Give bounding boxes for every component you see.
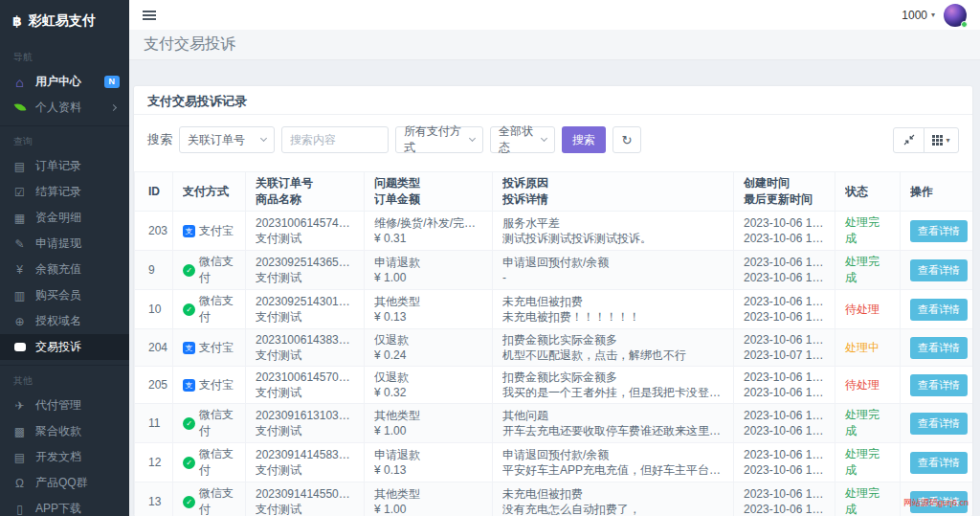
column-header: 支付方式: [173, 172, 246, 212]
cell-pay-method: 支支付宝: [173, 329, 246, 367]
sidebar-item-购买会员[interactable]: ▥购买会员: [0, 282, 129, 308]
bitcoin-icon: ฿: [12, 13, 22, 29]
pay-method-select[interactable]: 所有支付方式: [395, 126, 483, 153]
sidebar-item-申请提现[interactable]: ✎申请提现: [0, 231, 129, 257]
globe-icon: ⊕: [12, 316, 27, 327]
view-detail-button[interactable]: 查看详情: [910, 299, 968, 321]
cell-pay-method: ✓微信支付: [173, 251, 246, 290]
page-title: 支付交易投诉: [144, 34, 235, 55]
cell-id: 13: [135, 482, 173, 516]
cell-issue: 申请退款¥ 0.13: [365, 443, 493, 482]
view-detail-button[interactable]: 查看详情: [910, 413, 968, 435]
status-badge: 处理完成: [845, 215, 880, 245]
sidebar-toggle-icon[interactable]: [143, 11, 156, 20]
sidebar-item-label: 个人资料: [35, 100, 81, 116]
cell-pay-method: ✓微信支付: [173, 404, 246, 443]
cell-time: 2023-10-06 14:07:412023-10-06 14:07:41: [734, 482, 835, 516]
sidebar-item-资金明细[interactable]: ▦资金明细: [0, 205, 129, 231]
cell-time: 2023-10-06 14:55:442023-10-06 14:55:44: [734, 251, 835, 290]
chevron-down-icon: [260, 135, 267, 142]
alipay-icon: 支: [183, 379, 195, 392]
view-detail-button[interactable]: 查看详情: [910, 374, 968, 396]
balance-dropdown[interactable]: 1000 ▾: [902, 9, 935, 22]
sidebar-item-产品QQ群[interactable]: Ω产品QQ群: [0, 470, 129, 496]
sidebar-item-余额充值[interactable]: ¥余额充值: [0, 257, 129, 282]
cell-time: 2023-10-06 14:50:132023-10-07 10:14:17: [734, 329, 835, 367]
sidebar-item-开发文档[interactable]: ▤开发文档: [0, 444, 129, 470]
main-area: 1000 ▾ 支付交易投诉 支付交易投诉记录 搜索 关联订单号: [129, 0, 980, 516]
column-header: 创建时间最后更新时间: [734, 172, 835, 212]
search-type-select[interactable]: 关联订单号: [179, 126, 275, 153]
cell-action: 查看详情: [901, 329, 973, 367]
cell-issue: 其他类型¥ 1.00: [365, 404, 493, 443]
fullscreen-button[interactable]: [893, 127, 924, 153]
view-detail-button[interactable]: 查看详情: [910, 337, 968, 359]
cell-issue: 其他类型¥ 0.13: [365, 290, 493, 329]
cell-issue: 其他类型¥ 1.00: [365, 482, 493, 516]
page-title-bar: 支付交易投诉: [129, 30, 980, 60]
sidebar-item-交易投诉[interactable]: 交易投诉: [0, 334, 129, 360]
cell-pay-method: ✓微信支付: [173, 290, 246, 329]
cell-action: 查看详情: [901, 367, 973, 404]
cell-pay-method: ✓微信支付: [173, 482, 246, 516]
cell-id: 9: [135, 251, 173, 290]
sidebar-item-label: 购买会员: [35, 287, 81, 303]
cell-order: 2023091613103888769支付测试: [246, 404, 365, 443]
view-detail-button[interactable]: 查看详情: [910, 220, 968, 242]
cell-reason: 其他问题开车去充电还要收取停车费谁还敢来这里充电: [493, 404, 734, 443]
search-toolbar: 搜索 关联订单号 所有支付方式 全部状态 搜索 ↻: [134, 126, 972, 153]
mobile-icon: ▯: [12, 504, 27, 515]
sidebar-item-label: 结算记录: [35, 184, 81, 200]
status-badge: 处理完成: [845, 447, 880, 477]
sidebar-item-APP下载[interactable]: ▯APP下载: [0, 496, 129, 516]
sidebar-item-label: 用户中心: [35, 74, 81, 90]
cell-pay-method: 支支付宝: [173, 367, 246, 404]
status-select[interactable]: 全部状态: [490, 126, 555, 153]
avatar[interactable]: [944, 4, 967, 27]
cell-status: 待处理: [835, 290, 901, 329]
cell-status: 处理完成: [835, 482, 901, 516]
columns-button[interactable]: ▾: [924, 127, 959, 153]
sidebar-item-授权域名[interactable]: ⊕授权域名: [0, 308, 129, 334]
cell-pay-method: 支支付宝: [173, 212, 246, 251]
app-window: ฿ 彩虹易支付 导航⌂用户中心N个人资料查询▤订单记录☑结算记录▦资金明细✎申请…: [0, 0, 980, 516]
new-badge: N: [104, 76, 121, 88]
cell-status: 处理完成: [835, 404, 901, 443]
topbar-right: 1000 ▾: [902, 4, 967, 27]
view-detail-button[interactable]: 查看详情: [910, 452, 968, 474]
home-icon: ⌂: [12, 76, 27, 89]
sidebar-item-结算记录[interactable]: ☑结算记录: [0, 179, 129, 205]
search-input[interactable]: [281, 126, 389, 153]
search-label: 搜索: [147, 131, 172, 148]
search-button[interactable]: 搜索: [562, 126, 606, 153]
cell-reason: 扣费金额比实际金额多机型不匹配退款，点击，解绑也不行: [493, 329, 734, 367]
sidebar-item-个人资料[interactable]: 个人资料: [0, 95, 129, 121]
alipay-icon: 支: [183, 342, 195, 354]
wechat-icon: ✓: [183, 264, 195, 277]
brand-title: 彩虹易支付: [29, 12, 96, 30]
cell-status: 处理完成: [835, 443, 901, 482]
sidebar-item-代付管理[interactable]: ✈代付管理: [0, 393, 129, 418]
sidebar-item-label: APP下载: [35, 501, 81, 516]
view-detail-button[interactable]: 查看详情: [910, 259, 968, 281]
cell-time: 2023-10-06 14:52:172023-10-06 14:52:17: [734, 290, 835, 329]
withdraw-edit-icon: ✎: [12, 238, 27, 250]
sidebar-item-订单记录[interactable]: ▤订单记录: [0, 153, 129, 179]
column-header: 投诉原因投诉详情: [493, 172, 734, 212]
status-badge: 处理完成: [845, 486, 880, 516]
cell-time: 2023-10-06 14:35:262023-10-06 14:35:26: [734, 404, 835, 443]
sidebar-section: 导航⌂用户中心N个人资料: [0, 42, 129, 125]
wechat-icon: ✓: [183, 303, 195, 316]
sidebar-item-聚合收款[interactable]: ▩聚合收款: [0, 418, 129, 444]
settlement-icon: ☑: [12, 187, 27, 198]
refresh-button[interactable]: ↻: [612, 126, 641, 153]
cell-id: 10: [135, 290, 173, 329]
cell-id: 11: [135, 404, 173, 443]
cell-pay-method: ✓微信支付: [173, 443, 246, 482]
cell-order: 2023091414550066843支付测试: [246, 482, 365, 516]
sidebar-item-用户中心[interactable]: ⌂用户中心N: [0, 69, 129, 95]
cell-order: 2023100614574743482支付测试: [246, 212, 365, 251]
doc-icon: ▤: [12, 452, 27, 463]
brand[interactable]: ฿ 彩虹易支付: [0, 0, 129, 42]
sidebar-item-label: 代付管理: [35, 397, 81, 414]
